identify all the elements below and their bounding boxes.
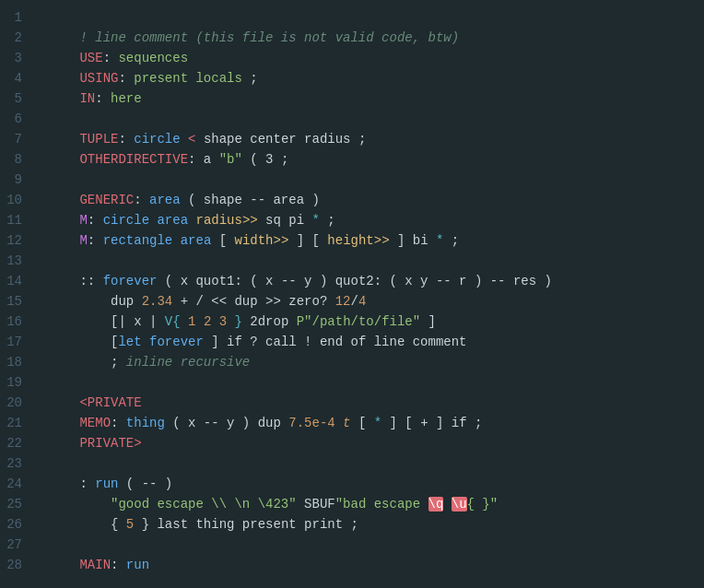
code-line-23: : run ( -- ) xyxy=(33,453,704,474)
code-line-27: MAIN: run xyxy=(33,535,704,555)
code-content: ! line comment (this file is not valid c… xyxy=(33,7,704,575)
code-line-1: ! line comment (this file is not valid c… xyxy=(33,7,704,28)
line-numbers: 1 2 3 4 5 6 7 8 9 10 11 12 13 14 15 16 1… xyxy=(0,7,33,575)
code-line-9: GENERIC: area ( shape -- area ) xyxy=(33,170,704,190)
code-line-13: :: forever ( x quot1: ( x -- y ) quot2: … xyxy=(33,251,704,271)
code-line-6: TUPLE: circle < shape center radius ; xyxy=(33,109,704,129)
code-editor: 1 2 3 4 5 6 7 8 9 10 11 12 13 14 15 16 1… xyxy=(0,0,704,582)
code-line-19: <PRIVATE xyxy=(33,372,704,393)
